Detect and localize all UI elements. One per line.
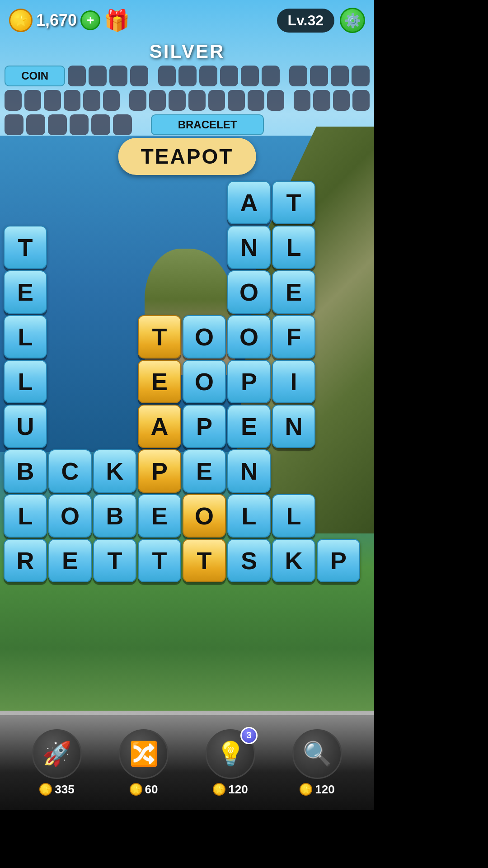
tool-magnifier[interactable]: 🔍⭐120: [292, 729, 342, 797]
letter-tile-empty: [93, 226, 136, 269]
letter-tile-P-6-3[interactable]: P: [138, 449, 181, 493]
letter-tile-T-8-3[interactable]: T: [138, 539, 181, 582]
word-slot: [289, 66, 307, 86]
letter-tile-empty: [183, 181, 226, 224]
letter-tile-P-8-7[interactable]: P: [317, 539, 360, 582]
tool-shuffle-cost-text: 60: [145, 783, 158, 797]
letter-tile-empty: [272, 449, 315, 493]
word-slot: [241, 66, 259, 86]
letter-tile-S-8-5[interactable]: S: [227, 539, 271, 582]
letter-tile-E-7-3[interactable]: E: [138, 494, 181, 538]
letter-tile-L-4-0[interactable]: L: [4, 360, 47, 403]
letter-tile-L-7-6[interactable]: L: [272, 494, 315, 538]
letter-tile-T-0-6[interactable]: T: [272, 181, 315, 224]
word-slot: [103, 90, 120, 111]
letter-tile-T-8-2[interactable]: T: [93, 539, 136, 582]
letter-tile-B-6-0[interactable]: B: [4, 449, 47, 493]
letter-tile-empty: [317, 181, 360, 224]
bottom-toolbar: 🚀⭐335🔀⭐60💡3⭐120🔍⭐120: [0, 715, 374, 810]
tool-shuffle[interactable]: 🔀⭐60: [119, 729, 169, 797]
letter-tile-E-4-3[interactable]: E: [138, 360, 181, 403]
letter-tile-N-1-5[interactable]: N: [227, 226, 271, 269]
letter-tile-N-5-6[interactable]: N: [272, 405, 315, 448]
gift-icon[interactable]: 🎁: [104, 8, 130, 33]
word-slot: [208, 90, 225, 111]
letter-tile-L-7-5[interactable]: L: [227, 494, 271, 538]
top-bar: ⭐ 1,670 + 🎁 Lv.32 ⚙️: [0, 0, 374, 41]
tool-rocket-cost: ⭐335: [39, 783, 74, 797]
letter-tile-T-1-0[interactable]: T: [4, 226, 47, 269]
letter-tile-empty: [48, 226, 92, 269]
word-slot: [262, 66, 280, 86]
letter-tile-O-3-5[interactable]: O: [227, 315, 271, 359]
letter-tile-N-6-5[interactable]: N: [227, 449, 271, 493]
tool-hint[interactable]: 💡3⭐120: [206, 729, 255, 797]
letter-tile-E-5-5[interactable]: E: [227, 405, 271, 448]
letter-tile-empty: [138, 226, 181, 269]
letter-tile-B-7-2[interactable]: B: [93, 494, 136, 538]
letter-tile-T-8-4[interactable]: T: [183, 539, 226, 582]
letter-tile-empty: [317, 360, 360, 403]
letter-tile-R-8-0[interactable]: R: [4, 539, 47, 582]
letter-tile-empty: [317, 315, 360, 359]
coin-icon: ⭐: [9, 9, 33, 32]
letter-tile-K-6-2[interactable]: K: [93, 449, 136, 493]
letter-tile-empty: [317, 494, 360, 538]
letter-tile-L-1-6[interactable]: L: [272, 226, 315, 269]
letter-tile-I-4-6[interactable]: I: [272, 360, 315, 403]
word-slot: [178, 66, 197, 86]
letter-tile-A-0-5[interactable]: A: [227, 181, 271, 224]
tool-hint-cost-text: 120: [228, 783, 248, 797]
word-slot: [220, 66, 238, 86]
letter-tile-P-4-5[interactable]: P: [227, 360, 271, 403]
tool-rocket[interactable]: 🚀⭐335: [32, 729, 82, 797]
word-slot: [70, 114, 89, 135]
level-badge: Lv.32: [277, 9, 334, 33]
current-word: TEAPOT: [118, 138, 256, 175]
letter-tile-K-8-6[interactable]: K: [272, 539, 315, 582]
letter-tile-C-6-1[interactable]: C: [48, 449, 92, 493]
letter-tile-O-7-4[interactable]: O: [183, 494, 226, 538]
letter-tile-L-7-0[interactable]: L: [4, 494, 47, 538]
letter-tile-empty: [93, 315, 136, 359]
letter-tile-empty: [317, 449, 360, 493]
word-slots-area: COIN: [5, 66, 370, 139]
word-slot: [26, 114, 45, 135]
tool-magnifier-cost: ⭐120: [300, 783, 334, 797]
add-coins-button[interactable]: +: [80, 10, 100, 30]
letter-tile-E-2-0[interactable]: E: [4, 270, 47, 314]
tool-rocket-cost-text: 335: [55, 783, 74, 797]
letter-tile-L-3-0[interactable]: L: [4, 315, 47, 359]
tool-shuffle-cost: ⭐60: [130, 783, 158, 797]
letter-tile-E-2-6[interactable]: E: [272, 270, 315, 314]
letter-tile-T-3-3[interactable]: T: [138, 315, 181, 359]
word-slot: [130, 66, 148, 86]
word-slot: [129, 90, 146, 111]
letter-tile-A-5-3[interactable]: A: [138, 405, 181, 448]
letter-tile-O-2-5[interactable]: O: [227, 270, 271, 314]
word-slot: [44, 90, 61, 111]
letter-tile-U-5-0[interactable]: U: [4, 405, 47, 448]
letter-tile-empty: [48, 270, 92, 314]
settings-button[interactable]: ⚙️: [340, 8, 365, 33]
letter-tile-F-3-6[interactable]: F: [272, 315, 315, 359]
word-slot: [5, 90, 22, 111]
word-slot: [313, 90, 330, 111]
letter-tile-empty: [317, 405, 360, 448]
letter-tile-O-4-4[interactable]: O: [183, 360, 226, 403]
letter-tile-O-7-1[interactable]: O: [48, 494, 92, 538]
word-slot-coin: COIN: [5, 66, 65, 86]
word-slot: [333, 90, 350, 111]
letter-tile-empty: [48, 315, 92, 359]
page-title: SILVER: [0, 41, 374, 62]
word-slot: [294, 90, 311, 111]
letter-tile-E-6-4[interactable]: E: [183, 449, 226, 493]
tool-hint-badge: 3: [240, 727, 258, 744]
letter-tile-P-5-4[interactable]: P: [183, 405, 226, 448]
tool-hint-icon: 💡3: [206, 729, 255, 779]
letter-tile-O-3-4[interactable]: O: [183, 315, 226, 359]
letter-tile-empty: [93, 270, 136, 314]
word-slot: [331, 66, 349, 86]
letter-tile-E-8-1[interactable]: E: [48, 539, 92, 582]
letter-tile-empty: [138, 181, 181, 224]
